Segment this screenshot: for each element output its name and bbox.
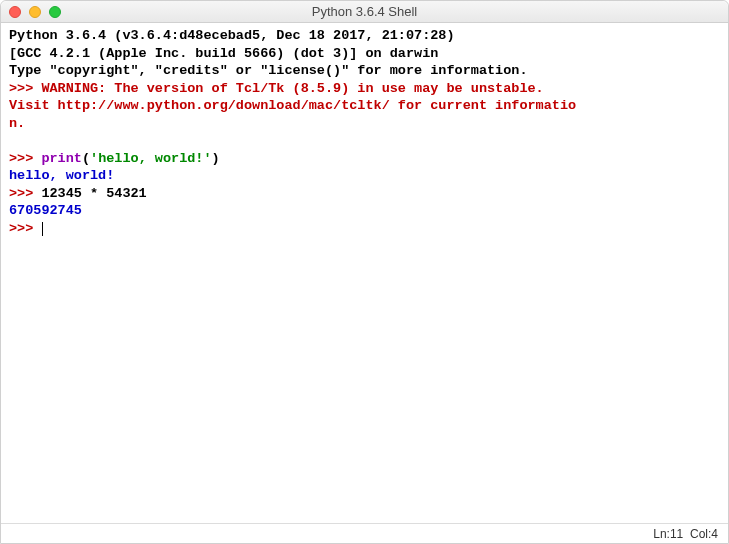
line-label: Ln: <box>653 527 670 541</box>
header-line: Python 3.6.4 (v3.6.4:d48ecebad5, Dec 18 … <box>9 28 463 43</box>
prompt: >>> <box>9 221 41 236</box>
output-line: hello, world! <box>9 168 114 183</box>
close-icon[interactable] <box>9 6 21 18</box>
maximize-icon[interactable] <box>49 6 61 18</box>
line-number: 11 <box>670 527 683 541</box>
warning-text: Visit http://www.python.org/download/mac… <box>9 98 576 113</box>
code-expr: 12345 * 54321 <box>41 186 146 201</box>
status-bar: Ln: 11 Col: 4 <box>1 523 728 543</box>
window-title: Python 3.6.4 Shell <box>1 4 728 19</box>
code-paren: ( <box>82 151 90 166</box>
output-line: 670592745 <box>9 203 82 218</box>
text-cursor <box>42 222 43 236</box>
code-string: 'hello, world!' <box>90 151 212 166</box>
header-line: [GCC 4.2.1 (Apple Inc. build 5666) (dot … <box>9 46 438 61</box>
prompt: >>> <box>9 151 41 166</box>
prompt: >>> <box>9 81 41 96</box>
shell-output[interactable]: Python 3.6.4 (v3.6.4:d48ecebad5, Dec 18 … <box>1 23 728 523</box>
minimize-icon[interactable] <box>29 6 41 18</box>
warning-text: n. <box>9 116 25 131</box>
code-func: print <box>41 151 82 166</box>
window-titlebar: Python 3.6.4 Shell <box>1 1 728 23</box>
col-label: Col: <box>690 527 711 541</box>
col-number: 4 <box>711 527 718 541</box>
code-paren: ) <box>212 151 220 166</box>
warning-text: WARNING: The version of Tcl/Tk (8.5.9) i… <box>41 81 543 96</box>
prompt: >>> <box>9 186 41 201</box>
header-line: Type "copyright", "credits" or "license(… <box>9 63 527 78</box>
traffic-lights <box>1 6 61 18</box>
